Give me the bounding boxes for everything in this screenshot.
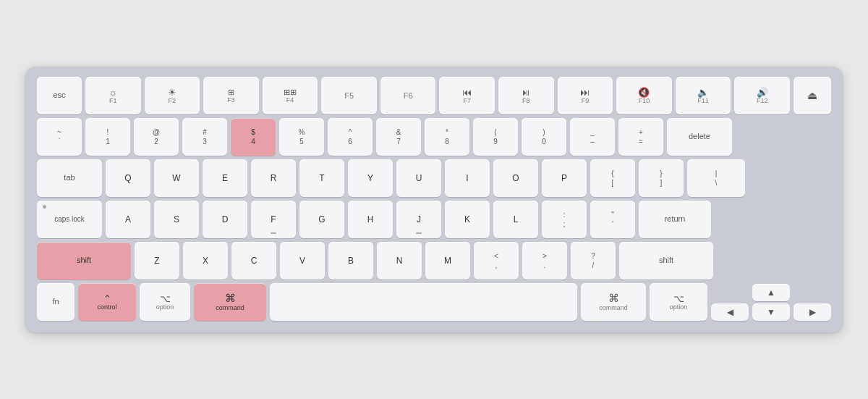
key-f1[interactable]: ☼ F1: [85, 77, 141, 114]
asdf-row: caps lock A S D F G H J K L :; "' return: [37, 201, 831, 238]
key-b[interactable]: B: [328, 242, 373, 280]
key-arrow-left[interactable]: ◀: [711, 303, 749, 321]
key-q[interactable]: Q: [106, 159, 150, 197]
bottom-row: fn ⌃ control ⌥ option ⌘ command ⌘ comman…: [37, 283, 831, 321]
key-a[interactable]: A: [106, 201, 150, 238]
key-1[interactable]: !1: [85, 118, 130, 156]
key-tab[interactable]: tab: [37, 159, 102, 197]
key-comma[interactable]: <,: [474, 242, 519, 280]
key-period[interactable]: >.: [522, 242, 567, 280]
key-f8[interactable]: ⏯ F8: [498, 77, 554, 114]
key-f12[interactable]: 🔊 F12: [734, 77, 790, 114]
key-esc[interactable]: esc: [37, 77, 82, 114]
key-w[interactable]: W: [154, 159, 199, 197]
key-i[interactable]: I: [445, 159, 490, 197]
key-semicolon[interactable]: :;: [542, 201, 587, 238]
key-t[interactable]: T: [299, 159, 344, 197]
key-v[interactable]: V: [280, 242, 325, 280]
key-8[interactable]: *8: [425, 118, 469, 156]
key-f9[interactable]: ⏭ F9: [558, 77, 613, 114]
key-6[interactable]: ^6: [328, 118, 373, 156]
arrow-key-group: ▲ ◀ ▼ ▶: [711, 284, 831, 321]
key-g[interactable]: G: [299, 201, 344, 238]
key-f4[interactable]: ⊞⊞ F4: [263, 77, 318, 114]
key-z[interactable]: Z: [135, 242, 179, 280]
key-p[interactable]: P: [542, 159, 587, 197]
key-arrow-right[interactable]: ▶: [793, 303, 831, 321]
key-j[interactable]: J: [396, 201, 441, 238]
key-backslash[interactable]: |\: [687, 159, 745, 197]
key-f10[interactable]: 🔇 F10: [616, 77, 672, 114]
key-s[interactable]: S: [154, 201, 199, 238]
fn-row: esc ☼ F1 ☀ F2 ⊞ F3 ⊞⊞ F4 F5 F6 ⏮ F7 ⏯: [37, 77, 831, 114]
qwerty-row: tab Q W E R T Y U I O P {[ }] |\: [37, 159, 831, 197]
key-minus[interactable]: _–: [570, 118, 615, 156]
key-l[interactable]: L: [493, 201, 538, 238]
key-command-right[interactable]: ⌘ command: [581, 283, 646, 321]
key-n[interactable]: N: [377, 242, 422, 280]
key-3[interactable]: #3: [182, 118, 227, 156]
key-e[interactable]: E: [203, 159, 247, 197]
key-o[interactable]: O: [493, 159, 538, 197]
key-control[interactable]: ⌃ control: [78, 283, 136, 321]
key-delete[interactable]: delete: [667, 118, 732, 156]
key-quote[interactable]: "': [590, 201, 635, 238]
key-4[interactable]: $4: [231, 118, 276, 156]
key-c[interactable]: C: [231, 242, 276, 280]
key-command-left[interactable]: ⌘ command: [194, 283, 266, 321]
key-f[interactable]: F: [251, 201, 296, 238]
key-2[interactable]: @2: [134, 118, 179, 156]
key-capslock[interactable]: caps lock: [37, 201, 102, 238]
zxcv-row: shift Z X C V B N M <, >. ?/ shift: [37, 242, 831, 280]
key-shift-right[interactable]: shift: [619, 242, 713, 280]
key-r[interactable]: R: [251, 159, 296, 197]
key-f6[interactable]: F6: [380, 77, 436, 114]
key-m[interactable]: M: [425, 242, 470, 280]
key-h[interactable]: H: [348, 201, 393, 238]
keyboard: esc ☼ F1 ☀ F2 ⊞ F3 ⊞⊞ F4 F5 F6 ⏮ F7 ⏯: [25, 67, 843, 332]
key-d[interactable]: D: [203, 201, 247, 238]
key-space[interactable]: [270, 283, 577, 321]
key-arrow-down[interactable]: ▼: [752, 303, 790, 321]
key-option-right[interactable]: ⌥ option: [650, 283, 707, 321]
key-slash[interactable]: ?/: [571, 242, 616, 280]
key-0[interactable]: )0: [522, 118, 566, 156]
key-arrow-up[interactable]: ▲: [752, 284, 790, 301]
key-f3[interactable]: ⊞ F3: [203, 77, 259, 114]
key-rbracket[interactable]: }]: [639, 159, 684, 197]
key-9[interactable]: (9: [473, 118, 518, 156]
key-x[interactable]: X: [183, 242, 228, 280]
key-option-left[interactable]: ⌥ option: [140, 283, 190, 321]
key-y[interactable]: Y: [348, 159, 393, 197]
key-f7[interactable]: ⏮ F7: [439, 77, 495, 114]
num-row: ~ ` !1 @2 #3 $4 %5 ^6 &7 *8 (9: [37, 118, 831, 156]
key-f5[interactable]: F5: [321, 77, 377, 114]
key-k[interactable]: K: [445, 201, 490, 238]
key-equals[interactable]: +=: [618, 118, 663, 156]
key-5[interactable]: %5: [279, 118, 324, 156]
key-shift-left[interactable]: shift: [37, 242, 131, 280]
key-7[interactable]: &7: [376, 118, 421, 156]
key-backtick[interactable]: ~ `: [37, 118, 82, 156]
key-return[interactable]: return: [639, 201, 711, 238]
key-fn[interactable]: fn: [37, 283, 75, 321]
key-u[interactable]: U: [396, 159, 441, 197]
key-eject[interactable]: ⏏: [793, 77, 831, 114]
key-lbracket[interactable]: {[: [590, 159, 635, 197]
key-f11[interactable]: 🔈 F11: [676, 77, 731, 114]
key-f2[interactable]: ☀ F2: [145, 77, 200, 114]
